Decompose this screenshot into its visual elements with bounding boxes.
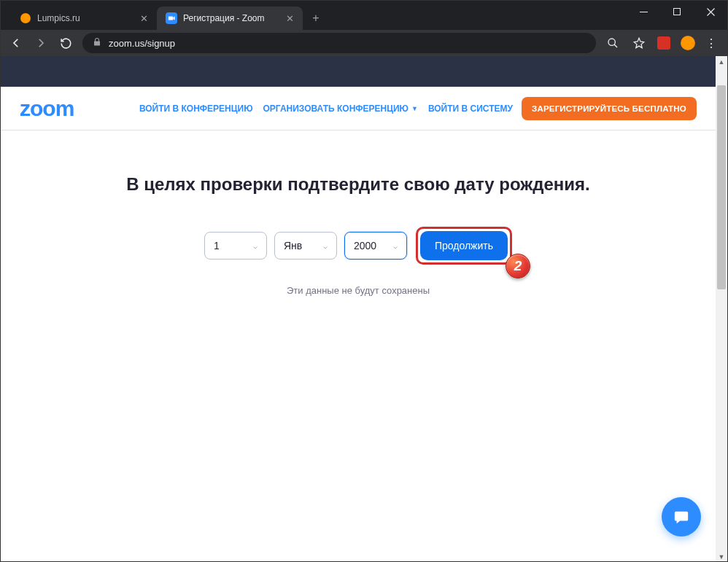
scrollbar-thumb[interactable] bbox=[717, 85, 726, 289]
url-field[interactable]: zoom.us/signup bbox=[82, 33, 596, 53]
chevron-down-icon: ▼ bbox=[411, 105, 418, 112]
top-banner bbox=[1, 56, 716, 87]
address-bar: zoom.us/signup ⋮ bbox=[1, 30, 727, 56]
chevron-down-icon: ⌵ bbox=[393, 242, 398, 250]
signin-label: ВОЙТИ В СИСТЕМУ bbox=[428, 104, 513, 114]
scroll-down-icon[interactable]: ▼ bbox=[716, 551, 727, 562]
tab-title: Lumpics.ru bbox=[37, 13, 80, 23]
chat-icon bbox=[673, 509, 690, 525]
favicon-zoom-icon bbox=[166, 12, 177, 24]
main-content: В целях проверки подтвердите свою дату р… bbox=[1, 130, 716, 296]
join-meeting-label: ВОЙТИ В КОНФЕРЕНЦИЮ bbox=[139, 104, 253, 114]
search-address-icon[interactable] bbox=[605, 35, 621, 51]
step-number: 2 bbox=[514, 258, 522, 274]
browser-menu-icon[interactable]: ⋮ bbox=[705, 36, 717, 50]
signup-label: ЗАРЕГИСТРИРУЙТЕСЬ БЕСПЛАТНО bbox=[532, 104, 686, 113]
svg-point-2 bbox=[608, 39, 615, 45]
page-heading: В целях проверки подтвердите свою дату р… bbox=[30, 174, 686, 195]
scroll-up-icon[interactable]: ▲ bbox=[716, 56, 727, 68]
chevron-down-icon: ⌵ bbox=[253, 242, 257, 250]
vertical-scrollbar[interactable]: ▲ ▼ bbox=[716, 56, 727, 562]
chevron-down-icon: ⌵ bbox=[323, 242, 328, 250]
day-value: 1 bbox=[214, 240, 220, 251]
new-tab-button[interactable]: + bbox=[306, 8, 326, 28]
close-tab-icon[interactable]: ✕ bbox=[286, 13, 294, 24]
maximize-button[interactable] bbox=[660, 1, 694, 23]
lock-icon bbox=[93, 37, 101, 49]
extension-shield-icon[interactable] bbox=[657, 36, 670, 50]
profile-avatar-icon[interactable] bbox=[681, 36, 695, 50]
day-select[interactable]: 1 ⌵ bbox=[204, 232, 267, 259]
year-value: 2000 bbox=[354, 240, 376, 251]
zoom-header: zoom ВОЙТИ В КОНФЕРЕНЦИЮ ОРГАНИЗОВАТЬ КО… bbox=[1, 87, 716, 130]
forward-button[interactable] bbox=[33, 35, 49, 51]
close-window-button[interactable] bbox=[694, 1, 727, 23]
signup-free-button[interactable]: ЗАРЕГИСТРИРУЙТЕСЬ БЕСПЛАТНО bbox=[522, 97, 697, 120]
svg-rect-0 bbox=[640, 12, 648, 12]
month-value: Янв bbox=[284, 240, 302, 251]
annotation-step-badge: 2 bbox=[506, 254, 530, 278]
chat-support-button[interactable] bbox=[662, 497, 701, 536]
year-select[interactable]: 2000 ⌵ bbox=[344, 232, 407, 259]
tab-zoom-signup[interactable]: Регистрация - Zoom ✕ bbox=[157, 7, 303, 30]
month-select[interactable]: Янв ⌵ bbox=[274, 232, 337, 259]
tab-title: Регистрация - Zoom bbox=[183, 13, 265, 23]
window-controls bbox=[627, 1, 727, 30]
favicon-lumpics-icon bbox=[20, 12, 31, 24]
join-meeting-link[interactable]: ВОЙТИ В КОНФЕРЕНЦИЮ bbox=[138, 102, 255, 115]
back-button[interactable] bbox=[8, 35, 24, 51]
close-tab-icon[interactable]: ✕ bbox=[140, 13, 148, 24]
disclaimer-text: Эти данные не будут сохранены bbox=[30, 285, 686, 296]
minimize-button[interactable] bbox=[627, 1, 660, 23]
url-text: zoom.us/signup bbox=[109, 38, 175, 49]
birthdate-row: 1 ⌵ Янв ⌵ 2000 ⌵ Продолжить 2 bbox=[30, 227, 686, 265]
tab-lumpics[interactable]: Lumpics.ru ✕ bbox=[11, 7, 157, 30]
host-meeting-label: ОРГАНИЗОВАТЬ КОНФЕРЕНЦИЮ bbox=[263, 104, 408, 114]
zoom-logo[interactable]: zoom bbox=[20, 96, 74, 121]
bookmark-icon[interactable] bbox=[631, 35, 647, 51]
svg-rect-1 bbox=[674, 9, 681, 15]
continue-button[interactable]: Продолжить bbox=[420, 231, 508, 260]
reload-button[interactable] bbox=[58, 35, 74, 51]
signin-link[interactable]: ВОЙТИ В СИСТЕМУ bbox=[427, 102, 514, 115]
browser-titlebar: Lumpics.ru ✕ Регистрация - Zoom ✕ + bbox=[1, 1, 727, 30]
annotation-highlight: Продолжить 2 bbox=[416, 227, 512, 265]
host-meeting-link[interactable]: ОРГАНИЗОВАТЬ КОНФЕРЕНЦИЮ ▼ bbox=[262, 102, 419, 115]
continue-label: Продолжить bbox=[435, 240, 493, 251]
